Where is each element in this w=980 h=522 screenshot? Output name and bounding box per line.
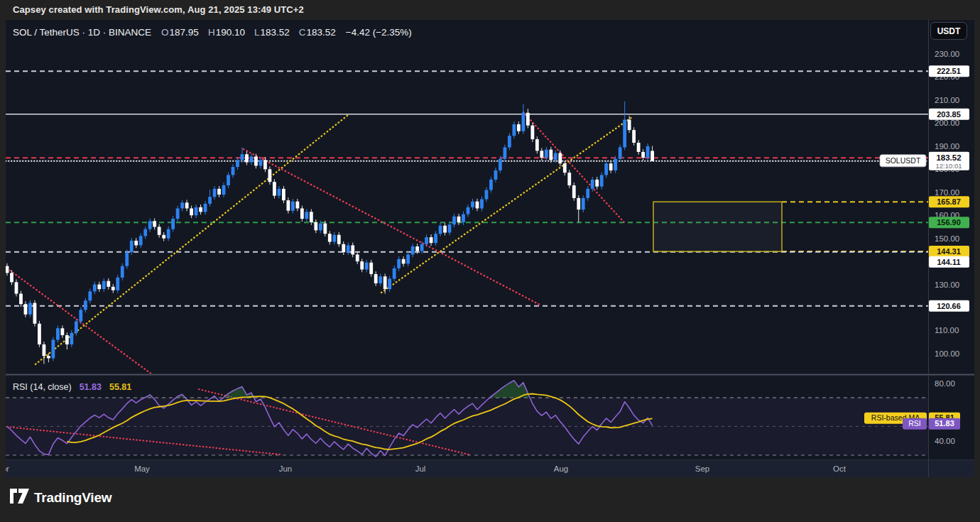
- candle-body: [494, 170, 498, 180]
- ohlc-readout: O187.95 H190.10 L183.52 C183.52: [161, 27, 336, 38]
- candle-body: [342, 244, 345, 252]
- chart-canvas[interactable]: AprMayJunJulAugSepOct230.00220.00210.002…: [6, 20, 974, 477]
- candle-body: [328, 234, 332, 241]
- month-label-Sep: Sep: [695, 464, 709, 473]
- candle-body: [567, 173, 571, 185]
- rsi-ma-current-value: 55.81: [109, 382, 131, 392]
- candle-body: [241, 154, 244, 160]
- candle-body: [397, 259, 401, 268]
- candle-body: [185, 202, 189, 208]
- candle-body: [286, 200, 290, 211]
- candle-body: [406, 254, 410, 263]
- candle-body: [278, 189, 281, 196]
- price-tick-label: 210.00: [935, 96, 959, 104]
- candle-body: [43, 344, 46, 356]
- candle-body: [604, 163, 608, 175]
- currency-toggle-button[interactable]: USDT: [930, 22, 967, 40]
- candle-body: [430, 237, 433, 243]
- candle-body: [347, 245, 350, 252]
- candle-body: [176, 208, 180, 219]
- candle-body: [15, 282, 18, 293]
- candle-body: [195, 207, 198, 215]
- candle-body: [153, 221, 156, 227]
- trendline-red-downtrend-1: [7, 268, 153, 375]
- candle-body: [33, 303, 37, 324]
- candle-body: [47, 356, 50, 358]
- candle-body: [545, 150, 548, 158]
- candle-body: [457, 217, 461, 222]
- candle-body: [222, 185, 226, 195]
- chart-snapshot[interactable]: AprMayJunJulAugSepOct230.00220.00210.002…: [6, 20, 974, 477]
- candle-body: [171, 219, 175, 229]
- candle-body: [443, 226, 447, 233]
- candle-body: [236, 160, 239, 167]
- candle-body: [180, 202, 184, 208]
- candle-body: [351, 245, 354, 254]
- bar-countdown: 12:10:01: [936, 162, 962, 170]
- candle-body: [102, 281, 106, 289]
- price-level-label-text: 203.85: [937, 110, 961, 119]
- candle-body: [489, 180, 493, 190]
- candle-body: [572, 185, 576, 198]
- candle-body: [268, 169, 272, 182]
- candle-body: [554, 153, 557, 161]
- rsi-tick-label: 80.00: [935, 379, 955, 388]
- rsi-overbought-fill: [145, 381, 530, 398]
- price-level-label-text: 120.66: [937, 302, 961, 310]
- candle-body: [167, 229, 170, 239]
- candle-body: [111, 287, 115, 290]
- rsi-title: RSI (14, close): [13, 382, 72, 392]
- price-tick-label: 230.00: [935, 50, 959, 58]
- candle-body: [356, 254, 359, 261]
- price-level-label-text: 156.90: [937, 218, 961, 227]
- candle-body: [254, 156, 258, 165]
- candlestick-series: [6, 102, 654, 364]
- month-label-Jul: Jul: [415, 464, 426, 473]
- current-price-value: 183.52: [936, 153, 961, 162]
- candle-body: [295, 202, 299, 209]
- candle-body: [503, 147, 507, 158]
- candle-body: [204, 204, 207, 212]
- candle-body: [28, 303, 32, 315]
- month-label-Apr: Apr: [6, 464, 9, 473]
- candle-body: [75, 321, 78, 332]
- low-key: L: [254, 27, 260, 38]
- candle-body: [360, 261, 364, 269]
- tradingview-logo[interactable]: TradingView: [10, 489, 111, 506]
- candle-body: [365, 263, 369, 270]
- candle-body: [282, 189, 285, 200]
- candle-body: [521, 113, 525, 131]
- candle-body: [595, 180, 599, 187]
- candle-body: [190, 208, 193, 215]
- candle-body: [305, 212, 308, 219]
- candle-body: [84, 300, 87, 310]
- candle-body: [97, 285, 101, 289]
- rsi-value-label-text: 51.83: [935, 419, 954, 428]
- symbol-title: SOL / TetherUS · 1D · BINANCE: [13, 27, 151, 38]
- candle-body: [452, 217, 456, 224]
- price-level-label-text: 165.87: [937, 197, 961, 206]
- supply-zone-rectangle: [653, 202, 782, 251]
- price-tick-label: 110.00: [935, 326, 959, 335]
- rsi-pane[interactable]: [6, 381, 928, 457]
- candle-body: [508, 136, 511, 147]
- rsi-legend: RSI (14, close) 51.83 55.81: [13, 382, 131, 392]
- candle-body: [227, 175, 230, 185]
- candle-body: [434, 234, 437, 243]
- candle-body: [549, 150, 552, 161]
- month-label-Oct: Oct: [833, 464, 846, 473]
- close-key: C: [299, 27, 306, 38]
- candle-body: [462, 214, 465, 222]
- price-pane[interactable]: [6, 71, 928, 374]
- candle-body: [628, 119, 631, 130]
- candle-body: [586, 189, 589, 198]
- time-axis-bar[interactable]: [6, 460, 974, 477]
- price-axis[interactable]: 230.00220.00210.00200.00190.00180.00170.…: [864, 50, 969, 445]
- price-tick-label: 200.00: [935, 119, 959, 127]
- candle-body: [415, 246, 419, 251]
- candle-body: [393, 268, 396, 279]
- candle-body: [411, 246, 415, 254]
- candle-body: [19, 294, 23, 305]
- symbol-legend: SOL / TetherUS · 1D · BINANCE O187.95 H1…: [13, 24, 412, 40]
- tradingview-wordmark: TradingView: [34, 490, 111, 506]
